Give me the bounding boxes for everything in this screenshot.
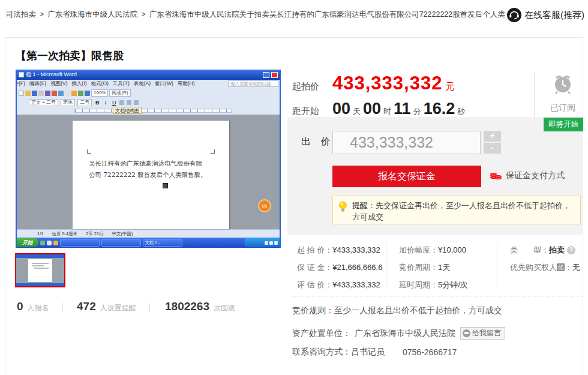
bold-icon: B (94, 100, 100, 106)
status-line: 2节 21行 (86, 231, 104, 237)
priority-label: 优先购买权人 (510, 263, 557, 272)
unit-name: 广东省珠海市中级人民法院 (355, 328, 455, 339)
pay-deposit-button[interactable]: 报名交保证金 (332, 166, 481, 187)
word-style-select: 正文 + 二号 (29, 99, 58, 106)
word-app-icon (19, 72, 24, 77)
word-menu-format: 格式(O) (91, 80, 109, 88)
status-language: 中文(中国) (112, 231, 133, 237)
taskbar-tray (245, 238, 280, 247)
countdown-days: 00 (332, 100, 350, 118)
customer-service-icon (506, 7, 522, 23)
breadcrumb-link-court[interactable]: 广东省珠海市中级人民法院 (47, 10, 137, 19)
deposit-pay-method-label: 保证金支付方式 (506, 170, 565, 181)
bid-rules-row: 竞价规则： 至少一人报名且出价不低于起拍价，方可成交 (292, 305, 502, 316)
word-menu-edit: 编辑(E) (29, 80, 46, 88)
word-statusbar: 1/1 位置 5.4厘米 2节 21行 中文(中国) (17, 229, 280, 238)
detail-label: 起 拍 价： (297, 245, 332, 254)
word-menu-help: 帮助(H) (178, 80, 195, 88)
countdown-minutes: 11 (394, 100, 411, 118)
breadcrumb-current: 广东省珠海市中级人民法院关于拍卖吴长江持有的广东德豪润达电气股份有限公司7222… (149, 10, 507, 19)
word-menu-insert: 插入(I) (72, 80, 87, 88)
word-help-input: 键入需要帮助的问题 (228, 80, 278, 87)
taskbar-item (60, 239, 100, 247)
divider (62, 303, 63, 312)
word-menu-table: 表格(A) (134, 80, 151, 88)
word-menu-tools: 工具(T) (113, 80, 130, 88)
word-menu-view: 视图(V) (50, 80, 67, 88)
italic-icon: I (103, 100, 109, 106)
breadcrumb-link-root[interactable]: 司法拍卖 (6, 10, 36, 19)
countdown-seconds: 16.2 (424, 100, 455, 118)
bid-label: 出 价 (301, 136, 334, 148)
subscribe-toggle[interactable]: 已订阅 (544, 73, 581, 113)
bulb-icon (338, 201, 347, 212)
deposit-pay-method-link[interactable]: 保证金支付方式 (490, 170, 565, 181)
word-title-text: 档 1 - Microsoft Word (26, 71, 77, 79)
detail-value: 1天 (438, 263, 450, 272)
detail-value: ¥10,000 (438, 245, 466, 254)
countdown-row: 距开始 00 天 00 时 11 分 16.2 秒 (292, 100, 467, 118)
help-icon[interactable]: ? (567, 246, 575, 254)
stat-views-count: 1802263 (165, 300, 209, 313)
contact-name: 吕书记员 (351, 347, 385, 358)
word-ruler: 文档结构图 (17, 107, 280, 115)
breadcrumb-separator: > (40, 10, 44, 19)
stat-applicants: 0 人报名 (17, 300, 49, 313)
breadcrumb: 司法拍卖>广东省珠海市中级人民法院>广东省珠海市中级人民法院关于拍卖吴长江持有的… (6, 10, 507, 20)
underline-icon: U (111, 100, 117, 106)
word-page: 吴长江持有的广东德豪润达电气股份有限 公司 72222222 股首发后个人类限售… (73, 121, 229, 229)
contact-row: 联系咨询方式： 吕书记员 0756-2666717 (292, 347, 457, 358)
detail-label: 保 证 金： (297, 263, 332, 272)
details-col-periods: 加价幅度：¥10,000 竞价周期：1天 延时周期：5分钟/次 (399, 241, 468, 293)
stat-applicants-label: 人报名 (28, 303, 49, 313)
countdown-days-unit: 天 (353, 106, 361, 117)
details-col-type: 类 型：拍卖? 优先购买权人优：无 (510, 241, 580, 276)
stat-views: 1802263 次围观 (165, 300, 235, 313)
word-toolbar: 100% 阅读(R) (17, 88, 280, 98)
taskbar-item (101, 239, 141, 247)
bid-decrease-button[interactable]: - (484, 143, 501, 154)
countdown-minutes-unit: 分 (413, 106, 421, 117)
divider (386, 242, 386, 288)
currency-unit: 元 (445, 81, 454, 92)
leave-message-button[interactable]: 给我留言 (460, 327, 505, 340)
windows-taskbar: 开始 文档 1 - … (17, 238, 280, 248)
word-format-toolbar: 正文 + 二号 宋体 二号 B I U (17, 98, 280, 107)
alert-text: 先交保证金再出价，至少一人报名且出价不低于起拍价，方可成交 (352, 201, 571, 221)
stat-views-label: 次围观 (214, 303, 235, 313)
word-read-button: 阅读(R) (109, 89, 130, 97)
start-price-value: 433,333,332 (332, 73, 442, 94)
start-button: 开始 (17, 238, 38, 247)
lot-thumbnail-selected[interactable] (15, 253, 65, 287)
coins-icon (490, 171, 502, 181)
subscribed-label: 已订阅 (544, 103, 581, 113)
bid-input[interactable] (332, 131, 481, 154)
detail-value: ¥433,333,332 (332, 280, 380, 289)
detail-value: 5分钟/次 (438, 280, 468, 289)
anchor-mark-icon (163, 183, 168, 188)
auction-details: 起 拍 价：¥433,333,332 保 证 金：¥21,666,666.6 评… (292, 241, 583, 289)
word-font-select: 宋体 (61, 99, 75, 106)
word-titlebar: 档 1 - Microsoft Word (17, 70, 280, 80)
details-col-prices: 起 拍 价：¥433,333,332 保 证 金：¥21,666,666.6 评… (297, 241, 382, 293)
divider (497, 242, 497, 288)
countdown-hours: 00 (363, 100, 381, 118)
word-menu-file: 文件(F) (16, 80, 25, 88)
countdown-label: 距开始 (292, 106, 332, 117)
type-label: 类 型： (510, 245, 549, 254)
contact-label: 联系咨询方式： (292, 347, 351, 358)
message-bubble-icon (463, 329, 470, 337)
bid-increase-button[interactable]: + (484, 131, 501, 142)
online-service-link[interactable]: 在线客服(推荐) (505, 7, 584, 23)
detail-value: ¥433,333,332 (332, 245, 380, 254)
detail-label: 竞价周期： (399, 263, 438, 272)
word-document-area: 吴长江持有的广东德豪润达电气股份有限 公司 72222222 股首发后个人类限售… (17, 115, 280, 229)
detail-value: ¥21,666,666.6 (332, 263, 382, 272)
priority-colon: ： (565, 263, 572, 272)
leave-message-label: 给我留言 (472, 328, 501, 338)
divider (149, 303, 150, 312)
alert-prefix: 提醒： (352, 201, 376, 210)
lot-main-image[interactable]: 档 1 - Microsoft Word 文件(F) 编辑(E) 视图(V) 插… (16, 70, 281, 248)
stat-reminders-count: 472 (77, 300, 96, 313)
countdown-hours-unit: 时 (383, 106, 391, 117)
